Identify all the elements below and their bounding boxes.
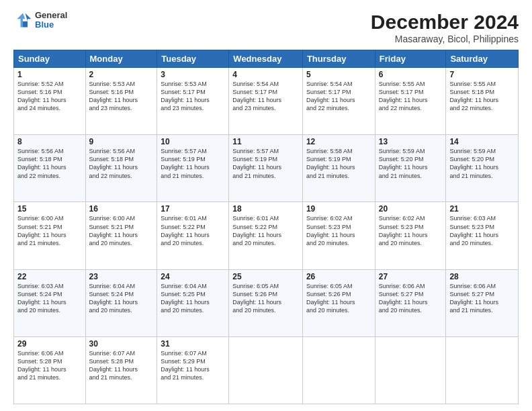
day-number: 16 <box>89 204 154 214</box>
calendar-cell: 25Sunrise: 6:05 AM Sunset: 5:26 PM Dayli… <box>229 269 303 336</box>
calendar-cell: 29Sunrise: 6:06 AM Sunset: 5:28 PM Dayli… <box>14 336 86 404</box>
calendar-cell: 8Sunrise: 5:56 AM Sunset: 5:18 PM Daylig… <box>14 135 86 202</box>
calendar-cell: 26Sunrise: 6:05 AM Sunset: 5:26 PM Dayli… <box>302 269 375 336</box>
day-number: 11 <box>232 137 299 146</box>
calendar-title: December 2024 <box>371 11 519 34</box>
calendar-cell: 5Sunrise: 5:54 AM Sunset: 5:17 PM Daylig… <box>302 68 375 135</box>
cell-content: Sunrise: 6:00 AM Sunset: 5:21 PM Dayligh… <box>17 214 82 247</box>
cell-content: Sunrise: 5:58 AM Sunset: 5:19 PM Dayligh… <box>306 147 371 180</box>
calendar-cell: 4Sunrise: 5:54 AM Sunset: 5:17 PM Daylig… <box>229 68 303 135</box>
day-number: 17 <box>161 204 225 214</box>
calendar-cell: 28Sunrise: 6:06 AM Sunset: 5:27 PM Dayli… <box>446 269 519 336</box>
cell-content: Sunrise: 5:52 AM Sunset: 5:16 PM Dayligh… <box>17 80 82 113</box>
logo-text: General Blue <box>35 11 67 30</box>
calendar-cell: 22Sunrise: 6:03 AM Sunset: 5:24 PM Dayli… <box>14 269 86 336</box>
day-number: 4 <box>232 70 299 79</box>
col-sunday: Sunday <box>14 50 86 68</box>
calendar-cell: 20Sunrise: 6:02 AM Sunset: 5:23 PM Dayli… <box>375 202 446 269</box>
calendar-cell: 12Sunrise: 5:58 AM Sunset: 5:19 PM Dayli… <box>302 135 375 202</box>
day-number: 19 <box>306 204 371 214</box>
calendar-week-2: 8Sunrise: 5:56 AM Sunset: 5:18 PM Daylig… <box>14 135 519 202</box>
cell-content: Sunrise: 5:54 AM Sunset: 5:17 PM Dayligh… <box>306 80 371 113</box>
cell-content: Sunrise: 5:59 AM Sunset: 5:20 PM Dayligh… <box>449 147 515 180</box>
day-number: 25 <box>232 272 299 281</box>
cell-content: Sunrise: 6:02 AM Sunset: 5:23 PM Dayligh… <box>306 214 371 247</box>
col-wednesday: Wednesday <box>229 50 303 68</box>
day-number: 10 <box>161 137 225 146</box>
svg-marker-0 <box>23 13 31 28</box>
cell-content: Sunrise: 6:02 AM Sunset: 5:23 PM Dayligh… <box>379 214 443 247</box>
day-number: 26 <box>306 272 371 281</box>
cell-content: Sunrise: 5:55 AM Sunset: 5:17 PM Dayligh… <box>379 80 443 113</box>
cell-content: Sunrise: 6:07 AM Sunset: 5:28 PM Dayligh… <box>89 349 154 382</box>
title-section: December 2024 Masaraway, Bicol, Philippi… <box>371 11 519 44</box>
logo-general: General <box>35 11 67 20</box>
day-number: 27 <box>379 272 443 281</box>
cell-content: Sunrise: 6:06 AM Sunset: 5:27 PM Dayligh… <box>449 282 515 315</box>
calendar-cell: 17Sunrise: 6:01 AM Sunset: 5:22 PM Dayli… <box>157 202 229 269</box>
logo: General Blue <box>13 11 67 30</box>
day-number: 20 <box>379 204 443 214</box>
calendar-cell: 1Sunrise: 5:52 AM Sunset: 5:16 PM Daylig… <box>14 68 86 135</box>
calendar-cell: 10Sunrise: 5:57 AM Sunset: 5:19 PM Dayli… <box>157 135 229 202</box>
calendar-cell: 13Sunrise: 5:59 AM Sunset: 5:20 PM Dayli… <box>375 135 446 202</box>
calendar-cell: 27Sunrise: 6:06 AM Sunset: 5:27 PM Dayli… <box>375 269 446 336</box>
calendar-cell: 31Sunrise: 6:07 AM Sunset: 5:29 PM Dayli… <box>157 336 229 404</box>
cell-content: Sunrise: 6:01 AM Sunset: 5:22 PM Dayligh… <box>161 214 225 247</box>
cell-content: Sunrise: 5:54 AM Sunset: 5:17 PM Dayligh… <box>232 80 299 113</box>
cell-content: Sunrise: 6:01 AM Sunset: 5:22 PM Dayligh… <box>232 214 299 247</box>
calendar-cell: 21Sunrise: 6:03 AM Sunset: 5:23 PM Dayli… <box>446 202 519 269</box>
day-number: 13 <box>379 137 443 146</box>
day-number: 23 <box>89 272 154 281</box>
day-number: 28 <box>449 272 515 281</box>
calendar-subtitle: Masaraway, Bicol, Philippines <box>371 34 519 44</box>
cell-content: Sunrise: 6:06 AM Sunset: 5:28 PM Dayligh… <box>17 349 82 382</box>
calendar-cell: 7Sunrise: 5:55 AM Sunset: 5:18 PM Daylig… <box>446 68 519 135</box>
logo-icon <box>13 11 32 30</box>
col-monday: Monday <box>85 50 157 68</box>
cell-content: Sunrise: 5:56 AM Sunset: 5:18 PM Dayligh… <box>17 147 82 180</box>
day-number: 6 <box>379 70 443 79</box>
calendar-week-1: 1Sunrise: 5:52 AM Sunset: 5:16 PM Daylig… <box>14 68 519 135</box>
day-number: 31 <box>161 339 225 349</box>
cell-content: Sunrise: 6:07 AM Sunset: 5:29 PM Dayligh… <box>161 349 225 382</box>
calendar-cell: 6Sunrise: 5:55 AM Sunset: 5:17 PM Daylig… <box>375 68 446 135</box>
cell-content: Sunrise: 5:53 AM Sunset: 5:16 PM Dayligh… <box>89 80 154 113</box>
calendar-cell: 3Sunrise: 5:53 AM Sunset: 5:17 PM Daylig… <box>157 68 229 135</box>
cell-content: Sunrise: 6:03 AM Sunset: 5:23 PM Dayligh… <box>449 214 515 247</box>
cell-content: Sunrise: 5:57 AM Sunset: 5:19 PM Dayligh… <box>232 147 299 180</box>
day-number: 3 <box>161 70 225 79</box>
calendar-cell: 16Sunrise: 6:00 AM Sunset: 5:21 PM Dayli… <box>85 202 157 269</box>
calendar-week-5: 29Sunrise: 6:06 AM Sunset: 5:28 PM Dayli… <box>14 336 519 404</box>
calendar-table: Sunday Monday Tuesday Wednesday Thursday… <box>13 50 519 404</box>
col-thursday: Thursday <box>302 50 375 68</box>
calendar-cell <box>375 336 446 404</box>
cell-content: Sunrise: 5:56 AM Sunset: 5:18 PM Dayligh… <box>89 147 154 180</box>
day-number: 21 <box>449 204 515 214</box>
day-number: 5 <box>306 70 371 79</box>
cell-content: Sunrise: 5:57 AM Sunset: 5:19 PM Dayligh… <box>161 147 225 180</box>
cell-content: Sunrise: 6:00 AM Sunset: 5:21 PM Dayligh… <box>89 214 154 247</box>
cell-content: Sunrise: 6:04 AM Sunset: 5:24 PM Dayligh… <box>89 282 154 315</box>
calendar-cell <box>446 336 519 404</box>
calendar-cell: 14Sunrise: 5:59 AM Sunset: 5:20 PM Dayli… <box>446 135 519 202</box>
cell-content: Sunrise: 5:55 AM Sunset: 5:18 PM Dayligh… <box>449 80 515 113</box>
header: General Blue December 2024 Masaraway, Bi… <box>13 11 519 44</box>
day-number: 30 <box>89 339 154 349</box>
calendar-cell: 23Sunrise: 6:04 AM Sunset: 5:24 PM Dayli… <box>85 269 157 336</box>
day-number: 1 <box>17 70 82 79</box>
day-number: 7 <box>449 70 515 79</box>
cell-content: Sunrise: 5:53 AM Sunset: 5:17 PM Dayligh… <box>161 80 225 113</box>
calendar-cell: 9Sunrise: 5:56 AM Sunset: 5:18 PM Daylig… <box>85 135 157 202</box>
header-row: Sunday Monday Tuesday Wednesday Thursday… <box>14 50 519 68</box>
day-number: 2 <box>89 70 154 79</box>
cell-content: Sunrise: 6:04 AM Sunset: 5:25 PM Dayligh… <box>161 282 225 315</box>
day-number: 14 <box>449 137 515 146</box>
calendar-week-4: 22Sunrise: 6:03 AM Sunset: 5:24 PM Dayli… <box>14 269 519 336</box>
cell-content: Sunrise: 6:05 AM Sunset: 5:26 PM Dayligh… <box>232 282 299 315</box>
day-number: 12 <box>306 137 371 146</box>
day-number: 24 <box>161 272 225 281</box>
calendar-cell: 24Sunrise: 6:04 AM Sunset: 5:25 PM Dayli… <box>157 269 229 336</box>
calendar-cell <box>302 336 375 404</box>
calendar-cell <box>229 336 303 404</box>
